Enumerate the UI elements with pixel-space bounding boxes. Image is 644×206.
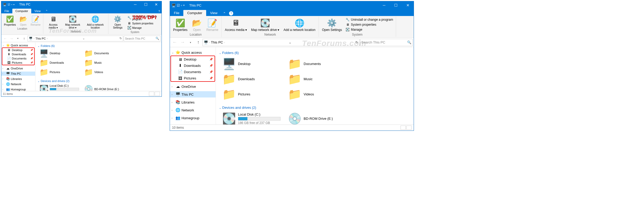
folder-documents[interactable]: 📁Documents	[84, 49, 124, 57]
system-properties-button[interactable]: 🖥System properties	[127, 21, 159, 25]
folder-pictures[interactable]: 📁Pictures	[40, 68, 79, 76]
address-bar[interactable]: 🖥️ › This PC › ⌄ ↻	[28, 36, 123, 41]
folder-downloads[interactable]: 📁Downloads	[40, 58, 79, 67]
drive-bdrom-e[interactable]: 💿BD-ROM Drive (E:)	[84, 84, 124, 91]
add-netlocation-button[interactable]: 🌐Add a network location	[84, 14, 107, 30]
maximize-button[interactable]: ☐	[141, 1, 151, 8]
manage-button[interactable]: 💽Manage	[127, 26, 159, 30]
recent-dropdown[interactable]: ▾	[15, 36, 21, 41]
addr-dropdown-icon[interactable]: ⌄	[82, 37, 85, 40]
refresh-icon[interactable]: ↻	[355, 40, 358, 44]
uninstall-program-button[interactable]: 🔧Uninstall or change a program	[345, 17, 394, 22]
open-button[interactable]: 📂Open	[190, 17, 204, 32]
forward-button[interactable]: →	[9, 36, 14, 41]
close-button[interactable]: ✕	[151, 1, 162, 8]
tree-qa-downloads[interactable]: ⬇Downloads📌	[2, 52, 34, 56]
expander-icon[interactable]: ›	[172, 109, 174, 112]
folder-music[interactable]: 📁Music	[84, 58, 124, 67]
refresh-icon[interactable]: ↻	[120, 37, 122, 40]
access-media-button[interactable]: 🖥Access media ▾	[44, 14, 62, 30]
section-folders-header[interactable]: Folders (6)	[38, 43, 159, 48]
search-input[interactable]: Search This PC 🔍	[124, 36, 160, 41]
tree-qa-documents[interactable]: 📄Documents📌	[171, 69, 215, 75]
tiles-view-button[interactable]	[406, 126, 412, 130]
open-button[interactable]: 📂Open	[18, 14, 29, 27]
expander-icon[interactable]: ›	[172, 85, 174, 88]
ribbon-collapse-icon[interactable]: ⌃	[221, 11, 227, 16]
up-button[interactable]: ↑	[21, 36, 27, 41]
drive-bdrom-e[interactable]: 💿BD-ROM Drive (E:)	[288, 112, 346, 124]
expander-icon[interactable]: ›	[172, 93, 174, 96]
ribbon-collapse-icon[interactable]: ⌃	[44, 9, 49, 13]
tree-libraries[interactable]: ›📚Libraries	[1, 77, 35, 81]
tree-libraries[interactable]: ›📚Libraries	[170, 99, 216, 105]
close-button[interactable]: ✕	[402, 1, 414, 9]
qat-dropdown-icon[interactable]: ▾	[13, 3, 14, 6]
drive-local-c[interactable]: 💽Local Disk (C:)186 GB free of 237 GB	[223, 112, 281, 124]
section-folders-header[interactable]: Folders (6)	[219, 49, 411, 56]
tree-network[interactable]: ›🌐Network	[1, 82, 35, 86]
breadcrumb-thispc[interactable]: This PC	[211, 40, 223, 44]
tab-view[interactable]: View	[206, 10, 221, 16]
maximize-button[interactable]: ☐	[390, 1, 402, 9]
tab-computer[interactable]: Computer	[183, 10, 206, 16]
address-bar[interactable]: 🖥️ › This PC › ⌄ ↻	[202, 39, 360, 46]
expander-icon[interactable]: ›	[2, 83, 5, 85]
expander-icon[interactable]: ›	[2, 78, 5, 80]
crumb-sep-icon[interactable]: ›	[224, 41, 225, 44]
up-button[interactable]: ↑	[195, 39, 202, 46]
addr-dropdown-icon[interactable]: ⌄	[289, 40, 292, 44]
expander-icon[interactable]: ⌄	[172, 51, 174, 54]
folder-desktop[interactable]: 🖥️Desktop	[40, 49, 79, 57]
tree-homegroup[interactable]: ›👥Homegroup	[1, 87, 35, 91]
folder-downloads[interactable]: 📁Downloads	[223, 73, 281, 85]
breadcrumb-thispc[interactable]: This PC	[35, 37, 46, 40]
details-view-button[interactable]	[149, 92, 154, 96]
folder-music[interactable]: 📁Music	[288, 73, 346, 85]
crumb-sep-icon[interactable]: ›	[209, 41, 210, 44]
tree-onedrive[interactable]: ›☁OneDrive	[170, 83, 216, 90]
tree-quick-access[interactable]: ⌄⭐Quick access	[1, 43, 35, 47]
recent-dropdown[interactable]: ▾	[187, 39, 194, 46]
minimize-button[interactable]: ─	[378, 1, 390, 9]
search-input[interactable]: Search This PC 🔍	[360, 39, 413, 46]
tree-network[interactable]: ›🌐Network	[170, 107, 216, 113]
properties-button[interactable]: ✅Properties	[171, 17, 190, 32]
crumb-sep-icon[interactable]: ›	[34, 37, 34, 40]
section-drives-header[interactable]: Devices and drives (2)	[38, 78, 159, 84]
tab-computer[interactable]: Computer	[12, 9, 31, 13]
tree-quick-access[interactable]: ⌄⭐Quick access	[170, 49, 216, 56]
map-drive-button[interactable]: 💽Map network drive ▾	[249, 17, 281, 32]
folder-videos[interactable]: 📁Videos	[84, 68, 124, 76]
folder-videos[interactable]: 📁Videos	[288, 88, 346, 100]
tree-qa-desktop[interactable]: 🖥Desktop📌	[171, 56, 215, 62]
tree-qa-downloads[interactable]: ⬇Downloads📌	[171, 62, 215, 69]
qat-dropdown-icon[interactable]: ▾	[183, 4, 185, 7]
tree-qa-pictures[interactable]: 🖼Pictures📌	[2, 61, 34, 65]
system-properties-button[interactable]: 🖥System properties	[345, 22, 394, 27]
forward-button[interactable]: →	[179, 39, 186, 46]
tree-qa-desktop[interactable]: 🖥Desktop📌	[2, 48, 34, 52]
expander-icon[interactable]: ›	[172, 116, 174, 120]
tree-qa-documents[interactable]: 📄Documents📌	[2, 56, 34, 61]
access-media-button[interactable]: 🖥Access media ▾	[223, 17, 249, 32]
expander-icon[interactable]: ›	[2, 72, 5, 75]
section-drives-header[interactable]: Devices and drives (2)	[219, 104, 411, 111]
help-icon[interactable]: ?	[157, 9, 162, 13]
open-settings-button[interactable]: ⚙️Open Settings	[110, 14, 126, 30]
folder-pictures[interactable]: 📁Pictures	[223, 88, 281, 100]
crumb-sep-icon[interactable]: ›	[47, 37, 48, 40]
expander-icon[interactable]: ⌄	[2, 44, 5, 47]
qat-newfolder-icon[interactable]: ▫	[11, 3, 12, 6]
tree-onedrive[interactable]: ›☁OneDrive	[1, 66, 35, 71]
folder-desktop[interactable]: 🖥️Desktop	[223, 57, 281, 70]
qat-properties-icon[interactable]: ☑	[177, 3, 180, 7]
rename-button[interactable]: 📝Rename	[29, 14, 42, 27]
qat-newfolder-icon[interactable]: ▫	[181, 3, 182, 7]
map-drive-button[interactable]: 💽Map network drive ▾	[62, 14, 84, 30]
drive-local-c[interactable]: 💽Local Disk (C:)186 GB free of 237 GB	[40, 84, 79, 91]
add-netlocation-button[interactable]: 🌐Add a network location	[282, 17, 318, 32]
minimize-button[interactable]: ─	[130, 1, 141, 8]
expander-icon[interactable]: ›	[172, 101, 174, 104]
tab-file[interactable]: File	[170, 10, 183, 16]
